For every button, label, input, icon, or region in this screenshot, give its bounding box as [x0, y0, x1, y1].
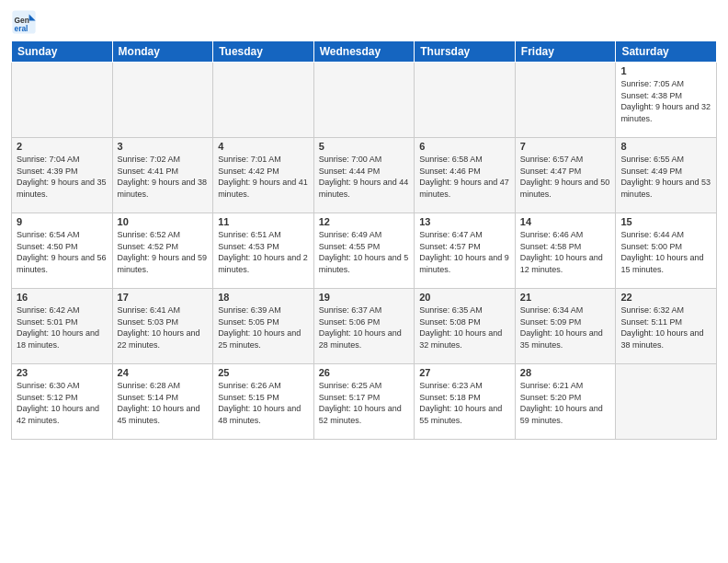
calendar-cell: 21Sunrise: 6:34 AM Sunset: 5:09 PM Dayli… [515, 289, 616, 364]
calendar-cell [515, 63, 616, 138]
calendar-week-row: 1Sunrise: 7:05 AM Sunset: 4:38 PM Daylig… [12, 63, 717, 138]
calendar-cell: 25Sunrise: 6:26 AM Sunset: 5:15 PM Dayli… [213, 364, 314, 440]
day-info: Sunrise: 7:00 AM Sunset: 4:44 PM Dayligh… [319, 154, 410, 200]
calendar-cell: 9Sunrise: 6:54 AM Sunset: 4:50 PM Daylig… [12, 213, 113, 289]
day-info: Sunrise: 6:42 AM Sunset: 5:01 PM Dayligh… [17, 304, 108, 350]
day-number: 14 [520, 216, 611, 227]
day-number: 9 [17, 216, 108, 227]
weekday-header-monday: Monday [112, 41, 213, 63]
calendar-cell: 3Sunrise: 7:02 AM Sunset: 4:41 PM Daylig… [112, 138, 213, 213]
weekday-header-thursday: Thursday [415, 41, 516, 63]
day-info: Sunrise: 6:30 AM Sunset: 5:12 PM Dayligh… [17, 380, 108, 426]
day-info: Sunrise: 7:05 AM Sunset: 4:38 PM Dayligh… [620, 78, 711, 124]
day-info: Sunrise: 6:57 AM Sunset: 4:47 PM Dayligh… [520, 154, 611, 200]
day-number: 5 [319, 141, 410, 152]
calendar-cell [616, 364, 717, 440]
weekday-header-sunday: Sunday [12, 41, 113, 63]
day-info: Sunrise: 6:52 AM Sunset: 4:52 PM Dayligh… [118, 229, 209, 275]
weekday-header-row: SundayMondayTuesdayWednesdayThursdayFrid… [12, 41, 717, 63]
day-info: Sunrise: 7:01 AM Sunset: 4:42 PM Dayligh… [218, 154, 309, 200]
day-number: 18 [218, 292, 309, 303]
logo: Gen eral [11, 9, 39, 35]
calendar-cell: 8Sunrise: 6:55 AM Sunset: 4:49 PM Daylig… [616, 138, 717, 213]
day-info: Sunrise: 6:49 AM Sunset: 4:55 PM Dayligh… [319, 229, 410, 275]
day-number: 2 [17, 141, 108, 152]
day-number: 11 [218, 216, 309, 227]
day-info: Sunrise: 6:34 AM Sunset: 5:09 PM Dayligh… [520, 304, 611, 350]
day-info: Sunrise: 6:25 AM Sunset: 5:17 PM Dayligh… [319, 380, 410, 426]
day-number: 3 [118, 141, 209, 152]
day-number: 28 [520, 367, 611, 378]
day-info: Sunrise: 6:37 AM Sunset: 5:06 PM Dayligh… [319, 304, 410, 350]
day-info: Sunrise: 6:41 AM Sunset: 5:03 PM Dayligh… [118, 304, 209, 350]
day-number: 20 [419, 292, 510, 303]
day-info: Sunrise: 6:55 AM Sunset: 4:49 PM Dayligh… [620, 154, 711, 200]
day-number: 22 [620, 292, 711, 303]
calendar-cell: 10Sunrise: 6:52 AM Sunset: 4:52 PM Dayli… [112, 213, 213, 289]
day-info: Sunrise: 6:51 AM Sunset: 4:53 PM Dayligh… [218, 229, 309, 275]
calendar: SundayMondayTuesdayWednesdayThursdayFrid… [11, 40, 717, 440]
calendar-cell: 28Sunrise: 6:21 AM Sunset: 5:20 PM Dayli… [515, 364, 616, 440]
day-number: 26 [319, 367, 410, 378]
day-number: 8 [620, 141, 711, 152]
day-info: Sunrise: 7:04 AM Sunset: 4:39 PM Dayligh… [17, 154, 108, 200]
day-info: Sunrise: 7:02 AM Sunset: 4:41 PM Dayligh… [118, 154, 209, 200]
day-number: 12 [319, 216, 410, 227]
day-number: 4 [218, 141, 309, 152]
calendar-cell: 12Sunrise: 6:49 AM Sunset: 4:55 PM Dayli… [313, 213, 415, 289]
calendar-cell: 1Sunrise: 7:05 AM Sunset: 4:38 PM Daylig… [616, 63, 717, 138]
calendar-cell: 13Sunrise: 6:47 AM Sunset: 4:57 PM Dayli… [415, 213, 516, 289]
day-info: Sunrise: 6:58 AM Sunset: 4:46 PM Dayligh… [419, 154, 510, 200]
day-info: Sunrise: 6:28 AM Sunset: 5:14 PM Dayligh… [118, 380, 209, 426]
weekday-header-saturday: Saturday [616, 41, 717, 63]
day-info: Sunrise: 6:46 AM Sunset: 4:58 PM Dayligh… [520, 229, 611, 275]
day-number: 1 [620, 65, 711, 76]
calendar-week-row: 9Sunrise: 6:54 AM Sunset: 4:50 PM Daylig… [12, 213, 717, 289]
day-number: 25 [218, 367, 309, 378]
day-info: Sunrise: 6:39 AM Sunset: 5:05 PM Dayligh… [218, 304, 309, 350]
day-number: 24 [118, 367, 209, 378]
calendar-week-row: 2Sunrise: 7:04 AM Sunset: 4:39 PM Daylig… [12, 138, 717, 213]
weekday-header-wednesday: Wednesday [313, 41, 415, 63]
day-number: 17 [118, 292, 209, 303]
calendar-cell: 15Sunrise: 6:44 AM Sunset: 5:00 PM Dayli… [616, 213, 717, 289]
day-info: Sunrise: 6:32 AM Sunset: 5:11 PM Dayligh… [620, 304, 711, 350]
day-number: 15 [620, 216, 711, 227]
weekday-header-tuesday: Tuesday [213, 41, 314, 63]
day-number: 7 [520, 141, 611, 152]
calendar-cell: 23Sunrise: 6:30 AM Sunset: 5:12 PM Dayli… [12, 364, 113, 440]
calendar-cell: 14Sunrise: 6:46 AM Sunset: 4:58 PM Dayli… [515, 213, 616, 289]
calendar-cell: 7Sunrise: 6:57 AM Sunset: 4:47 PM Daylig… [515, 138, 616, 213]
calendar-cell: 4Sunrise: 7:01 AM Sunset: 4:42 PM Daylig… [213, 138, 314, 213]
day-number: 10 [118, 216, 209, 227]
calendar-cell: 5Sunrise: 7:00 AM Sunset: 4:44 PM Daylig… [313, 138, 415, 213]
calendar-cell: 2Sunrise: 7:04 AM Sunset: 4:39 PM Daylig… [12, 138, 113, 213]
day-number: 13 [419, 216, 510, 227]
day-info: Sunrise: 6:23 AM Sunset: 5:18 PM Dayligh… [419, 380, 510, 426]
weekday-header-friday: Friday [515, 41, 616, 63]
day-info: Sunrise: 6:44 AM Sunset: 5:00 PM Dayligh… [620, 229, 711, 275]
header: Gen eral [11, 9, 717, 35]
calendar-cell: 19Sunrise: 6:37 AM Sunset: 5:06 PM Dayli… [313, 289, 415, 364]
calendar-cell: 22Sunrise: 6:32 AM Sunset: 5:11 PM Dayli… [616, 289, 717, 364]
calendar-cell [213, 63, 314, 138]
calendar-week-row: 23Sunrise: 6:30 AM Sunset: 5:12 PM Dayli… [12, 364, 717, 440]
calendar-cell: 18Sunrise: 6:39 AM Sunset: 5:05 PM Dayli… [213, 289, 314, 364]
day-info: Sunrise: 6:35 AM Sunset: 5:08 PM Dayligh… [419, 304, 510, 350]
calendar-cell: 17Sunrise: 6:41 AM Sunset: 5:03 PM Dayli… [112, 289, 213, 364]
calendar-cell: 6Sunrise: 6:58 AM Sunset: 4:46 PM Daylig… [415, 138, 516, 213]
day-info: Sunrise: 6:26 AM Sunset: 5:15 PM Dayligh… [218, 380, 309, 426]
day-info: Sunrise: 6:54 AM Sunset: 4:50 PM Dayligh… [17, 229, 108, 275]
calendar-cell: 20Sunrise: 6:35 AM Sunset: 5:08 PM Dayli… [415, 289, 516, 364]
calendar-cell [415, 63, 516, 138]
day-info: Sunrise: 6:47 AM Sunset: 4:57 PM Dayligh… [419, 229, 510, 275]
svg-text:eral: eral [15, 24, 28, 33]
calendar-cell: 27Sunrise: 6:23 AM Sunset: 5:18 PM Dayli… [415, 364, 516, 440]
calendar-cell: 16Sunrise: 6:42 AM Sunset: 5:01 PM Dayli… [12, 289, 113, 364]
calendar-cell: 24Sunrise: 6:28 AM Sunset: 5:14 PM Dayli… [112, 364, 213, 440]
day-number: 23 [17, 367, 108, 378]
day-number: 6 [419, 141, 510, 152]
day-number: 19 [319, 292, 410, 303]
calendar-week-row: 16Sunrise: 6:42 AM Sunset: 5:01 PM Dayli… [12, 289, 717, 364]
day-number: 21 [520, 292, 611, 303]
